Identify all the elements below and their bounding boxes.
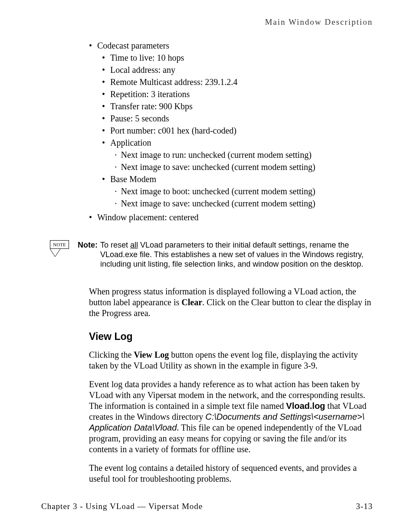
bullet-text: Codecast parameters	[97, 40, 169, 51]
bullet-text: Transfer rate: 900 Kbps	[110, 101, 193, 112]
para2a: Clicking the	[89, 350, 134, 359]
bullet-icon: •	[102, 76, 105, 88]
note-icon-wrap: NOTE	[50, 240, 69, 269]
page-footer: Chapter 3 - Using VLoad — Vipersat Mode …	[41, 502, 373, 511]
bullet-application: • Application	[102, 137, 373, 148]
para2-viewlog: View Log	[134, 350, 169, 359]
bullet-icon: •	[102, 52, 105, 63]
bullet-app-run: • Next image to run: unchecked (current …	[115, 149, 373, 160]
bullet-basemodem: • Base Modem	[102, 173, 373, 185]
bullet-bm-save: • Next image to save: unchecked (current…	[115, 198, 373, 209]
bullet-text: Repetition: 3 iterations	[110, 88, 190, 100]
note-arrow-icon	[50, 249, 60, 258]
heading-view-log: View Log	[89, 331, 373, 343]
bullet-port: • Port number: c001 hex (hard-coded)	[102, 125, 373, 136]
bullet-window: • Window placement: centered	[89, 212, 373, 223]
basemodem-sublist: • Next image to boot: unchecked (current…	[115, 186, 373, 209]
footer-right: 3-13	[356, 502, 373, 511]
bullet-codecast: • Codecast parameters	[89, 40, 373, 51]
bullet-local: • Local address: any	[102, 64, 373, 75]
bullet-bm-boot: • Next image to boot: unchecked (current…	[115, 186, 373, 197]
bullet-icon: •	[102, 64, 105, 75]
application-sublist: • Next image to run: unchecked (current …	[115, 149, 373, 173]
page-header: Main Window Description	[41, 17, 373, 27]
bullet-text: Application	[110, 137, 151, 148]
bullet-icon: •	[115, 186, 117, 197]
para3-vloadlog: Vload.log	[286, 401, 325, 411]
bullet-text: Port number: c001 hex (hard-coded)	[110, 125, 237, 136]
bullet-rate: • Transfer rate: 900 Kbps	[102, 101, 373, 112]
note-icon-label: NOTE	[50, 240, 69, 249]
bullet-text: Time to live: 10 hops	[110, 52, 184, 63]
bullet-app-save: • Next image to save: unchecked (current…	[115, 161, 373, 173]
bullet-text: Next image to save: unchecked (current m…	[121, 161, 315, 173]
codecast-sublist: • Time to live: 10 hops • Local address:…	[102, 52, 373, 209]
bullet-pause: • Pause: 5 seconds	[102, 113, 373, 124]
bullet-repetition: • Repetition: 3 iterations	[102, 88, 373, 100]
note-body: To reset all VLoad parameters to their i…	[100, 240, 373, 269]
paragraph-viewlog-1: Clicking the View Log button opens the e…	[89, 349, 373, 371]
bullet-icon: •	[115, 149, 117, 160]
main-bullet-list: • Codecast parameters • Time to live: 10…	[89, 40, 373, 223]
bullet-text: Next image to boot: unchecked (current m…	[121, 186, 315, 197]
bullet-icon: •	[115, 161, 117, 173]
bullet-icon: •	[115, 198, 117, 209]
bullet-text: Base Modem	[110, 173, 156, 185]
bullet-text: Next image to run: unchecked (current mo…	[121, 149, 312, 160]
bullet-icon: •	[102, 125, 105, 136]
paragraph-viewlog-3: The event log contains a detailed histor…	[89, 463, 373, 484]
note-block: NOTE Note: To reset all VLoad parameters…	[50, 240, 373, 269]
bullet-icon: •	[102, 101, 105, 112]
note-text1: To reset	[100, 241, 130, 249]
note-all: all	[130, 241, 138, 249]
bullet-icon: •	[102, 173, 105, 185]
bullet-text: Local address: any	[110, 64, 175, 75]
note-text2: VLoad parameters to their initial defaul…	[100, 241, 364, 268]
bullet-icon: •	[102, 88, 105, 100]
note-content: Note: To reset all VLoad parameters to t…	[78, 240, 373, 269]
footer-left: Chapter 3 - Using VLoad — Vipersat Mode	[41, 502, 203, 511]
bullet-text: Next image to save: unchecked (current m…	[121, 198, 315, 209]
bullet-text: Window placement: centered	[97, 212, 199, 223]
bullet-remote: • Remote Multicast address: 239.1.2.4	[102, 76, 373, 88]
bullet-icon: •	[102, 113, 105, 124]
note-label: Note:	[78, 240, 98, 269]
bullet-icon: •	[89, 212, 92, 223]
bullet-ttl: • Time to live: 10 hops	[102, 52, 373, 63]
paragraph-viewlog-2: Event log data provides a handy referenc…	[89, 379, 373, 455]
bullet-icon: •	[89, 40, 92, 51]
bullet-text: Pause: 5 seconds	[110, 113, 169, 124]
paragraph-clear: When progress status information is disp…	[89, 286, 373, 319]
bullet-text: Remote Multicast address: 239.1.2.4	[110, 76, 237, 88]
para1-clear: Clear	[181, 297, 202, 307]
bullet-icon: •	[102, 137, 105, 148]
